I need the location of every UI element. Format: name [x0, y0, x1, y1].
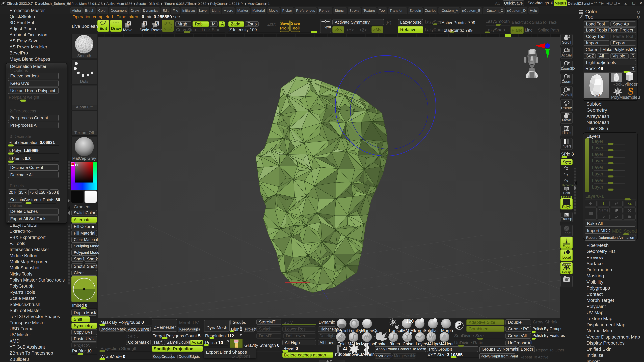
svg-text:Y: Y: [566, 173, 568, 177]
svg-text:Z: Z: [566, 167, 568, 170]
svg-text:X: X: [566, 179, 568, 183]
svg-text:R: R: [156, 22, 158, 25]
svg-text:M: M: [128, 22, 130, 25]
svg-text:x1: x1: [567, 49, 569, 52]
svg-text:S: S: [144, 22, 146, 25]
svg-text:XYZ: XYZ: [565, 161, 571, 164]
